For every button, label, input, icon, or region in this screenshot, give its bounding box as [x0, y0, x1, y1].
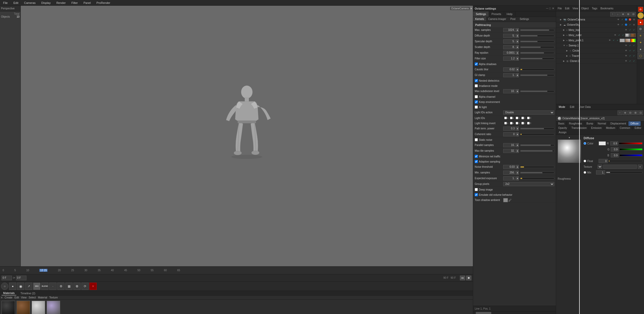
min-samples-slider[interactable]: [520, 172, 554, 173]
min-samples-up[interactable]: ▲: [516, 171, 519, 175]
cloner-vis-icon[interactable]: 👁: [624, 59, 628, 63]
tree-item-octanecamera[interactable]: ▶ 📷 OctaneCamera 👁 ✓ 🔵 🔴 ⚙: [556, 17, 637, 22]
tool-sphere-btn[interactable]: ●: [9, 283, 16, 290]
tab-presets[interactable]: Presets: [489, 11, 504, 17]
cam-tag-icon[interactable]: 🔵: [624, 18, 628, 22]
circle-check-icon[interactable]: ✓: [632, 49, 636, 53]
parallel-samples-up[interactable]: ▲: [516, 143, 519, 147]
cam-vis-icon[interactable]: 👁: [617, 18, 620, 22]
bboytop-check-icon[interactable]: ✓: [632, 28, 636, 32]
r-input[interactable]: [610, 141, 618, 145]
bboypoint-vis-icon[interactable]: 👁: [608, 39, 612, 42]
ray-epsilon-slider[interactable]: [520, 52, 554, 54]
spark-icon-btn[interactable]: ✦: [638, 39, 644, 46]
ch-tab-bump[interactable]: Bump: [584, 121, 596, 126]
max-subdiv-slider[interactable]: [520, 90, 554, 92]
mix-input[interactable]: [596, 170, 605, 175]
mat-edit-btn[interactable]: Edit: [15, 296, 19, 299]
frame-end-input[interactable]: [16, 276, 26, 280]
circle-lock-icon[interactable]: ✓: [628, 49, 632, 53]
adaptive-sampling-checkbox[interactable]: [475, 160, 478, 163]
ray-epsilon-up[interactable]: ▲: [516, 51, 519, 55]
scene-menu-tags[interactable]: Tags: [592, 7, 597, 10]
linkinv-3-checkbox[interactable]: [527, 122, 530, 124]
tree-item-cloner[interactable]: ▶ ⊞ Cloner.1 👁 ✓ ✓: [556, 59, 637, 64]
menu-display[interactable]: Display: [40, 1, 52, 5]
viewport-3d[interactable]: OctaneCamera ▾: [21, 6, 473, 266]
toon-shadow-picker-icon[interactable]: 🖊: [508, 198, 512, 202]
ch-tab-normal[interactable]: Normal: [596, 121, 608, 126]
tool-arrow-btn[interactable]: ↗: [25, 283, 32, 290]
mat-tool-4[interactable]: ⊞: [633, 110, 638, 115]
lightid-2-checkbox[interactable]: [521, 117, 524, 119]
caustic-blur-input[interactable]: [503, 67, 516, 72]
mat-material-btn[interactable]: Material: [38, 296, 47, 299]
tracer-lock-icon[interactable]: ✓: [628, 54, 632, 58]
tool-grid-btn[interactable]: ▦: [65, 283, 73, 290]
sky-extra-icon[interactable]: ⊕: [632, 23, 636, 27]
diffuse-depth-slider[interactable]: [520, 35, 554, 37]
cam-extra-icon[interactable]: ⚙: [632, 18, 636, 22]
color-swatch[interactable]: [599, 141, 606, 145]
ch-tab-emission[interactable]: Emission: [589, 126, 604, 130]
g-input[interactable]: [611, 147, 619, 151]
scatter-depth-slider[interactable]: [520, 46, 554, 48]
static-noise-checkbox[interactable]: [475, 138, 478, 141]
tool-gear-btn[interactable]: ⚙: [57, 283, 65, 290]
minimize-net-checkbox[interactable]: [475, 155, 478, 158]
coherent-ratio-slider[interactable]: [520, 134, 554, 135]
max-samples-input[interactable]: [503, 28, 516, 32]
toon-shadow-color-swatch[interactable]: [503, 198, 508, 202]
filter-size-slider[interactable]: [520, 58, 554, 59]
mat-tool-1[interactable]: ↑: [618, 110, 622, 115]
bboytop-lock-icon[interactable]: ✓: [628, 28, 632, 32]
filter-size-up[interactable]: ▲: [516, 57, 519, 61]
scene-tool-2[interactable]: ↓: [615, 12, 620, 17]
mat-item-avatar[interactable]: avatar: [32, 301, 45, 314]
stop-btn[interactable]: ⏹: [466, 276, 471, 280]
tree-item-tracer[interactable]: ▶ ▪ Tracer 👁 ✓ ✓: [556, 53, 637, 59]
mat-tool-3[interactable]: ⊟: [628, 110, 633, 115]
specular-depth-slider[interactable]: [520, 41, 554, 42]
menu-render[interactable]: Render: [55, 1, 67, 5]
tree-item-bboytop[interactable]: ▶ ▪ bboy_top 👁 ✓ ✓: [556, 27, 637, 33]
nested-dielectrics-checkbox[interactable]: [475, 79, 478, 82]
tool-mix-btn[interactable]: MIX: [33, 283, 40, 290]
texture-dropdown[interactable]: ▾: [598, 165, 602, 169]
scene-menu-object[interactable]: Object: [581, 7, 589, 10]
tab-help[interactable]: Help: [504, 11, 515, 17]
scrollbar-thumb[interactable]: [476, 312, 491, 314]
mat-select-btn[interactable]: Select: [29, 296, 36, 299]
max-subdiv-input[interactable]: [503, 89, 516, 93]
tree-item-circle[interactable]: ▶ ○ Circle 👁 ✓ ✓: [556, 48, 637, 53]
lightid-s-checkbox[interactable]: [504, 117, 507, 119]
cam-lock-icon[interactable]: ✓: [620, 18, 624, 22]
cloner-check-icon[interactable]: ✓: [632, 59, 636, 63]
camera-dropdown-icon[interactable]: ▾: [471, 7, 472, 10]
path-term-slider[interactable]: [520, 128, 554, 129]
settings-icon-btn[interactable]: ⚙: [638, 26, 644, 32]
specular-depth-up[interactable]: ▲: [516, 39, 519, 44]
scene-menu-bookmarks[interactable]: Bookmarks: [600, 7, 613, 10]
tool-blend-btn[interactable]: BLEND: [41, 283, 48, 290]
parallel-samples-slider[interactable]: [520, 144, 554, 146]
light-ids-action-select[interactable]: Disable: [503, 110, 554, 115]
expected-exposure-up[interactable]: ▲: [516, 176, 519, 180]
lightid-3-checkbox[interactable]: [527, 117, 530, 119]
diffuse-depth-input[interactable]: [503, 34, 516, 38]
noise-threshold-input[interactable]: [503, 165, 516, 169]
kernels-tab-settings-inner[interactable]: Settings: [517, 17, 531, 21]
bboytop-vis-icon[interactable]: 👁: [624, 28, 628, 32]
g-slider[interactable]: [619, 148, 642, 150]
keep-env-checkbox[interactable]: [475, 100, 478, 103]
scatter-depth-input[interactable]: [503, 45, 516, 49]
caustic-blur-slider[interactable]: [520, 69, 554, 70]
sky-tag-icon[interactable]: 🔵: [624, 23, 628, 27]
tool-stop-btn[interactable]: ✕: [89, 283, 97, 290]
cam-tag2-icon[interactable]: 🔴: [628, 18, 632, 22]
mat-create-btn[interactable]: Create: [5, 296, 12, 299]
sky-green-icon[interactable]: ✓: [628, 23, 632, 27]
irradiance-mode-checkbox[interactable]: [475, 84, 478, 87]
menu-panel[interactable]: Panel: [82, 1, 92, 5]
menu-edit[interactable]: Edit: [12, 1, 19, 5]
